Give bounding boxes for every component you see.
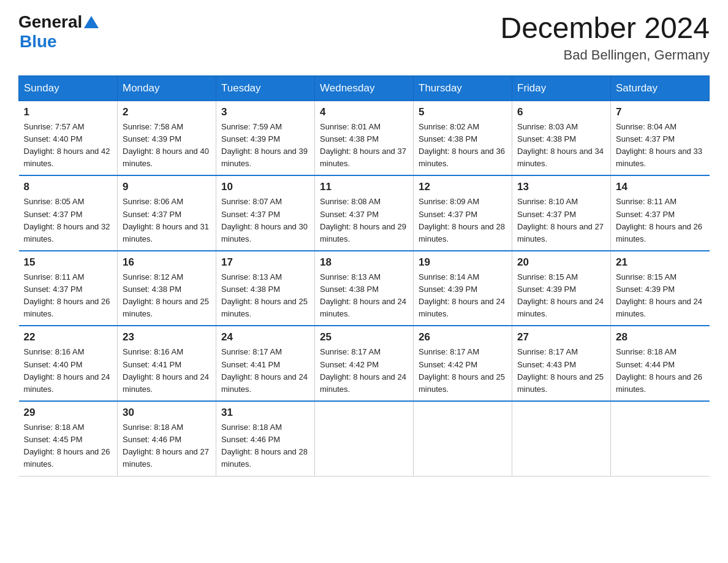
day-number: 17 bbox=[221, 256, 309, 269]
day-number: 31 bbox=[221, 407, 309, 419]
day-number: 9 bbox=[123, 181, 211, 193]
calendar-cell: 14Sunrise: 8:11 AMSunset: 4:37 PMDayligh… bbox=[611, 175, 710, 251]
day-info: Sunrise: 8:02 AMSunset: 4:38 PMDaylight:… bbox=[419, 121, 507, 170]
calendar-cell: 6Sunrise: 8:03 AMSunset: 4:38 PMDaylight… bbox=[512, 101, 611, 175]
day-number: 21 bbox=[616, 256, 705, 269]
calendar-cell: 8Sunrise: 8:05 AMSunset: 4:37 PMDaylight… bbox=[19, 175, 118, 251]
day-info: Sunrise: 7:58 AMSunset: 4:39 PMDaylight:… bbox=[123, 121, 211, 170]
calendar-cell: 16Sunrise: 8:12 AMSunset: 4:38 PMDayligh… bbox=[118, 251, 216, 326]
day-info: Sunrise: 8:17 AMSunset: 4:42 PMDaylight:… bbox=[419, 346, 507, 396]
calendar-cell: 21Sunrise: 8:15 AMSunset: 4:39 PMDayligh… bbox=[611, 251, 710, 326]
day-number: 10 bbox=[221, 181, 309, 193]
day-number: 14 bbox=[616, 181, 705, 193]
day-info: Sunrise: 8:15 AMSunset: 4:39 PMDaylight:… bbox=[517, 271, 605, 321]
calendar-cell: 23Sunrise: 8:16 AMSunset: 4:41 PMDayligh… bbox=[118, 326, 216, 401]
calendar-cell: 7Sunrise: 8:04 AMSunset: 4:37 PMDaylight… bbox=[611, 101, 710, 175]
calendar-cell: 28Sunrise: 8:18 AMSunset: 4:44 PMDayligh… bbox=[611, 326, 710, 401]
calendar-cell: 1Sunrise: 7:57 AMSunset: 4:40 PMDaylight… bbox=[19, 101, 118, 175]
day-number: 15 bbox=[24, 256, 113, 269]
day-number: 20 bbox=[517, 256, 605, 269]
day-number: 12 bbox=[419, 181, 507, 193]
day-info: Sunrise: 8:14 AMSunset: 4:39 PMDaylight:… bbox=[419, 271, 507, 321]
day-info: Sunrise: 8:18 AMSunset: 4:44 PMDaylight:… bbox=[616, 346, 705, 396]
header-wednesday: Wednesday bbox=[315, 75, 414, 101]
calendar-week-row: 8Sunrise: 8:05 AMSunset: 4:37 PMDaylight… bbox=[19, 175, 710, 251]
day-info: Sunrise: 8:18 AMSunset: 4:46 PMDaylight:… bbox=[123, 421, 211, 471]
day-info: Sunrise: 8:16 AMSunset: 4:40 PMDaylight:… bbox=[24, 346, 113, 396]
day-info: Sunrise: 8:11 AMSunset: 4:37 PMDaylight:… bbox=[24, 271, 113, 321]
logo-triangle-icon bbox=[84, 16, 99, 28]
day-info: Sunrise: 8:05 AMSunset: 4:37 PMDaylight:… bbox=[24, 196, 113, 245]
day-info: Sunrise: 8:17 AMSunset: 4:41 PMDaylight:… bbox=[221, 346, 309, 396]
day-number: 6 bbox=[517, 106, 605, 118]
header-thursday: Thursday bbox=[414, 75, 512, 101]
calendar-cell: 27Sunrise: 8:17 AMSunset: 4:43 PMDayligh… bbox=[512, 326, 611, 401]
header-monday: Monday bbox=[118, 75, 216, 101]
calendar-cell: 20Sunrise: 8:15 AMSunset: 4:39 PMDayligh… bbox=[512, 251, 611, 326]
day-number: 11 bbox=[320, 181, 408, 193]
day-number: 5 bbox=[419, 106, 507, 118]
day-number: 1 bbox=[24, 106, 113, 118]
calendar-cell: 13Sunrise: 8:10 AMSunset: 4:37 PMDayligh… bbox=[512, 175, 611, 251]
day-number: 4 bbox=[320, 106, 408, 118]
calendar-week-row: 29Sunrise: 8:18 AMSunset: 4:45 PMDayligh… bbox=[19, 401, 710, 476]
day-number: 18 bbox=[320, 256, 408, 269]
day-info: Sunrise: 8:16 AMSunset: 4:41 PMDaylight:… bbox=[123, 346, 211, 396]
logo-general-text: General bbox=[18, 12, 82, 32]
calendar-cell: 2Sunrise: 7:58 AMSunset: 4:39 PMDaylight… bbox=[118, 101, 216, 175]
day-number: 19 bbox=[419, 256, 507, 269]
calendar-cell: 10Sunrise: 8:07 AMSunset: 4:37 PMDayligh… bbox=[216, 175, 315, 251]
day-number: 8 bbox=[24, 181, 113, 193]
calendar-cell bbox=[611, 401, 710, 476]
calendar-header-row: SundayMondayTuesdayWednesdayThursdayFrid… bbox=[19, 75, 710, 101]
day-number: 16 bbox=[123, 256, 211, 269]
header-tuesday: Tuesday bbox=[216, 75, 315, 101]
day-number: 22 bbox=[24, 331, 113, 343]
day-info: Sunrise: 8:13 AMSunset: 4:38 PMDaylight:… bbox=[221, 271, 309, 321]
day-number: 13 bbox=[517, 181, 605, 193]
logo-blue-text: Blue bbox=[20, 32, 57, 51]
calendar-cell: 29Sunrise: 8:18 AMSunset: 4:45 PMDayligh… bbox=[19, 401, 118, 476]
logo: General Blue bbox=[18, 12, 100, 52]
calendar-cell: 9Sunrise: 8:06 AMSunset: 4:37 PMDaylight… bbox=[118, 175, 216, 251]
calendar-cell: 18Sunrise: 8:13 AMSunset: 4:38 PMDayligh… bbox=[315, 251, 414, 326]
day-info: Sunrise: 7:59 AMSunset: 4:39 PMDaylight:… bbox=[221, 121, 309, 170]
day-info: Sunrise: 8:18 AMSunset: 4:45 PMDaylight:… bbox=[24, 421, 113, 471]
day-info: Sunrise: 8:17 AMSunset: 4:42 PMDaylight:… bbox=[320, 346, 408, 396]
calendar-cell: 26Sunrise: 8:17 AMSunset: 4:42 PMDayligh… bbox=[414, 326, 512, 401]
calendar-cell: 22Sunrise: 8:16 AMSunset: 4:40 PMDayligh… bbox=[19, 326, 118, 401]
day-info: Sunrise: 8:11 AMSunset: 4:37 PMDaylight:… bbox=[616, 196, 705, 245]
day-number: 26 bbox=[419, 331, 507, 343]
calendar-cell: 31Sunrise: 8:18 AMSunset: 4:46 PMDayligh… bbox=[216, 401, 315, 476]
calendar-cell: 15Sunrise: 8:11 AMSunset: 4:37 PMDayligh… bbox=[19, 251, 118, 326]
title-section: December 2024 Bad Bellingen, Germany bbox=[500, 12, 710, 63]
day-info: Sunrise: 8:18 AMSunset: 4:46 PMDaylight:… bbox=[221, 421, 309, 471]
day-info: Sunrise: 8:04 AMSunset: 4:37 PMDaylight:… bbox=[616, 121, 705, 170]
header-sunday: Sunday bbox=[19, 75, 118, 101]
day-number: 27 bbox=[517, 331, 605, 343]
day-number: 28 bbox=[616, 331, 705, 343]
day-number: 25 bbox=[320, 331, 408, 343]
calendar-week-row: 1Sunrise: 7:57 AMSunset: 4:40 PMDaylight… bbox=[19, 101, 710, 175]
day-number: 2 bbox=[123, 106, 211, 118]
day-info: Sunrise: 8:12 AMSunset: 4:38 PMDaylight:… bbox=[123, 271, 211, 321]
calendar-cell: 3Sunrise: 7:59 AMSunset: 4:39 PMDaylight… bbox=[216, 101, 315, 175]
day-number: 3 bbox=[221, 106, 309, 118]
month-year-title: December 2024 bbox=[500, 12, 710, 45]
day-number: 30 bbox=[123, 407, 211, 419]
calendar-week-row: 22Sunrise: 8:16 AMSunset: 4:40 PMDayligh… bbox=[19, 326, 710, 401]
calendar-table: SundayMondayTuesdayWednesdayThursdayFrid… bbox=[18, 75, 710, 477]
day-info: Sunrise: 8:03 AMSunset: 4:38 PMDaylight:… bbox=[517, 121, 605, 170]
calendar-cell: 17Sunrise: 8:13 AMSunset: 4:38 PMDayligh… bbox=[216, 251, 315, 326]
day-info: Sunrise: 8:06 AMSunset: 4:37 PMDaylight:… bbox=[123, 196, 211, 245]
day-number: 7 bbox=[616, 106, 705, 118]
calendar-cell: 19Sunrise: 8:14 AMSunset: 4:39 PMDayligh… bbox=[414, 251, 512, 326]
calendar-cell bbox=[512, 401, 611, 476]
calendar-cell: 24Sunrise: 8:17 AMSunset: 4:41 PMDayligh… bbox=[216, 326, 315, 401]
calendar-week-row: 15Sunrise: 8:11 AMSunset: 4:37 PMDayligh… bbox=[19, 251, 710, 326]
day-info: Sunrise: 8:01 AMSunset: 4:38 PMDaylight:… bbox=[320, 121, 408, 170]
header-friday: Friday bbox=[512, 75, 611, 101]
day-info: Sunrise: 8:15 AMSunset: 4:39 PMDaylight:… bbox=[616, 271, 705, 321]
day-info: Sunrise: 8:13 AMSunset: 4:38 PMDaylight:… bbox=[320, 271, 408, 321]
calendar-cell: 4Sunrise: 8:01 AMSunset: 4:38 PMDaylight… bbox=[315, 101, 414, 175]
